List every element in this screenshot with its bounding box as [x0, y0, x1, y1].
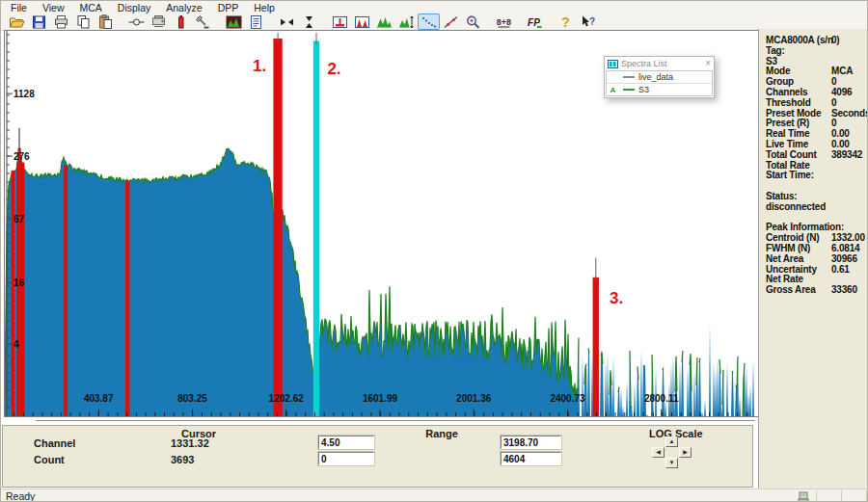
- range-count-min-input[interactable]: [318, 452, 374, 465]
- copy-icon[interactable]: [72, 13, 95, 30]
- info-row: Group0: [766, 76, 868, 87]
- spectrum-key: A: [607, 86, 619, 94]
- svg-text:1601.99: 1601.99: [363, 393, 398, 404]
- info-value: MCA: [831, 66, 853, 76]
- info-row: Live Time0.00: [766, 139, 868, 149]
- svg-text:2001.36: 2001.36: [456, 393, 492, 404]
- svg-text:8+8: 8+8: [497, 17, 511, 27]
- spectra-list-icon: [608, 60, 618, 68]
- info-value: 0: [831, 118, 836, 128]
- range-channel-min-input[interactable]: [318, 436, 374, 449]
- roi-view-icon[interactable]: [329, 13, 351, 30]
- info-row: Net Area30966: [766, 253, 868, 264]
- menu-display[interactable]: Display: [110, 2, 158, 13]
- info-value: 33360: [831, 284, 857, 295]
- info-row: Peak Information:: [766, 222, 868, 232]
- count-label: Count: [34, 454, 65, 465]
- sum-icon[interactable]: 8+8: [493, 13, 515, 30]
- zoom-icon[interactable]: [462, 13, 484, 30]
- open-icon[interactable]: [6, 13, 28, 30]
- save-icon[interactable]: [28, 13, 50, 30]
- battery-icon[interactable]: [170, 13, 192, 30]
- log-scale-up-button[interactable]: ▲: [665, 436, 678, 447]
- expand-vertical-icon[interactable]: [298, 13, 320, 30]
- info-value: 0: [831, 97, 836, 108]
- connect-icon[interactable]: [125, 13, 148, 30]
- info-row: Preset ModeSeconds: [766, 108, 868, 119]
- svg-text:276: 276: [14, 151, 30, 162]
- info-label: Live Time: [766, 139, 808, 149]
- info-value: 0.00: [831, 139, 850, 149]
- info-value: 0.00: [831, 128, 850, 139]
- hscroll-track[interactable]: [36, 420, 755, 421]
- info-row: Uncertainty0.61: [766, 264, 868, 275]
- context-help-icon[interactable]: ?: [577, 13, 599, 30]
- svg-text:?: ?: [589, 15, 595, 26]
- info-label: Real Time: [766, 128, 809, 139]
- spectra-list-window[interactable]: Spectra List × live_dataAS3: [604, 56, 715, 98]
- spectrum-icon[interactable]: [223, 13, 245, 30]
- close-icon[interactable]: ×: [705, 59, 711, 68]
- info-row: Gross Area33360: [766, 284, 868, 295]
- fp-icon[interactable]: FP: [524, 13, 546, 30]
- statusbar-separator: [816, 490, 817, 502]
- svg-text:403.87: 403.87: [84, 393, 114, 404]
- menu-file[interactable]: File: [3, 2, 35, 13]
- svg-text:2.: 2.: [327, 60, 340, 78]
- svg-text:67: 67: [14, 214, 25, 225]
- cursor-channel-value: 1331.32: [171, 437, 209, 449]
- info-row: disconnected: [766, 201, 868, 212]
- expand-horizontal-icon[interactable]: [276, 13, 298, 30]
- menu-mca[interactable]: MCA: [72, 2, 110, 13]
- info-list-icon[interactable]: [245, 13, 267, 30]
- info-value: 30966: [831, 253, 857, 264]
- log-scale-right-button[interactable]: ▶: [679, 447, 692, 458]
- info-row: Channels4096: [766, 87, 868, 97]
- spectra-list-titlebar[interactable]: Spectra List ×: [605, 57, 714, 70]
- spectrum-color-swatch: [619, 89, 638, 91]
- peaks-view-icon[interactable]: [351, 13, 373, 30]
- menu-bar: FileViewMCADisplayAnalyzeDPPHelp: [1, 1, 868, 13]
- info-label: Peak Information:: [766, 222, 844, 232]
- menu-help[interactable]: Help: [246, 2, 283, 13]
- info-row: Total Count389342: [766, 149, 868, 160]
- log-scale-down-button[interactable]: ▼: [665, 458, 678, 468]
- menu-view[interactable]: View: [35, 2, 72, 13]
- paste-icon[interactable]: [95, 13, 117, 30]
- log-scale-left-button[interactable]: ◀: [652, 447, 665, 458]
- info-row: Real Time0.00: [766, 128, 868, 139]
- range-count-max-input[interactable]: [501, 452, 561, 465]
- svg-text:2800.11: 2800.11: [644, 393, 679, 404]
- spectra-list-item[interactable]: live_data: [607, 71, 712, 83]
- info-row: Net Rate: [766, 274, 868, 284]
- calibration-icon[interactable]: [440, 13, 462, 30]
- info-label: Gross Area: [766, 284, 816, 295]
- range-channel-max-input[interactable]: [501, 436, 561, 449]
- spectra-list-item[interactable]: AS3: [607, 83, 712, 95]
- log-scale-icon[interactable]: [418, 13, 440, 30]
- channel-label: Channel: [34, 437, 75, 449]
- dppmca-window: FileViewMCADisplayAnalyzeDPPHelp 8+8FP??…: [0, 0, 868, 502]
- spectrum-color-swatch: [619, 76, 638, 78]
- menu-dpp[interactable]: DPP: [210, 2, 247, 13]
- info-row: Preset (R)0: [766, 118, 868, 128]
- help-icon[interactable]: ?: [555, 13, 577, 30]
- info-label: Start Time:: [766, 170, 814, 180]
- plot-hscroll[interactable]: [4, 417, 759, 425]
- info-value: 0: [831, 76, 836, 87]
- info-label: Status:: [766, 191, 798, 201]
- menu-analyze[interactable]: Analyze: [158, 2, 209, 13]
- device-status-icon: [798, 491, 809, 502]
- status-text: Ready: [6, 490, 35, 502]
- spectra-list-title: Spectra List: [618, 59, 705, 68]
- peaks-scale-icon[interactable]: [395, 13, 418, 30]
- transfer-icon[interactable]: [148, 13, 170, 30]
- peaks-icon[interactable]: [373, 13, 395, 30]
- info-row: Total Rate: [766, 160, 868, 171]
- info-row: [766, 212, 868, 223]
- print-icon[interactable]: [50, 13, 72, 30]
- status-bar: Ready: [1, 489, 867, 502]
- tools-icon[interactable]: [192, 13, 214, 30]
- info-row: Tag:: [766, 45, 868, 56]
- svg-text:FP: FP: [528, 16, 540, 27]
